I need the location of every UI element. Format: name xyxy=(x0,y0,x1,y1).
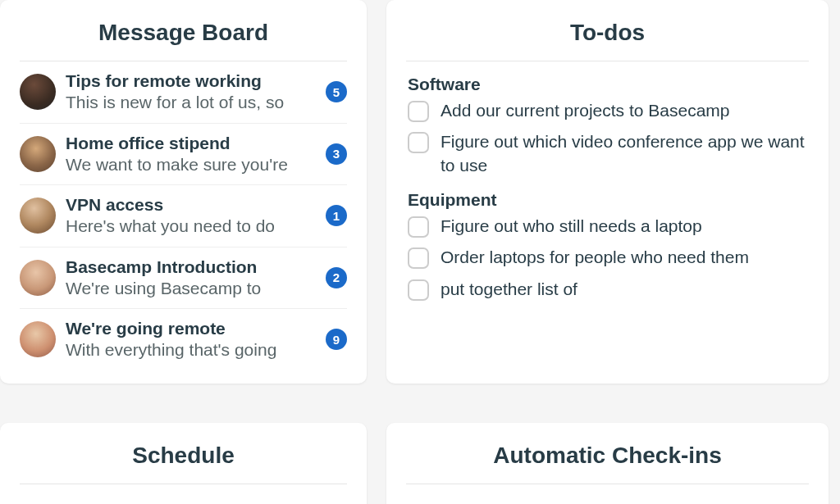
todo-text[interactable]: put together list of xyxy=(441,278,578,301)
todo-item: Figure out which video conference app we… xyxy=(408,130,809,177)
message-title: Tips for remote working xyxy=(66,70,316,92)
avatar-icon xyxy=(20,136,56,172)
todos-list: Software Add our current projects to Bas… xyxy=(406,75,809,301)
schedule-card[interactable]: Schedule xyxy=(0,423,367,504)
message-content: Home office stipend We want to make sure… xyxy=(66,133,316,176)
todo-item: Figure out who still needs a laptop xyxy=(408,215,809,238)
message-content: We're going remote With everything that'… xyxy=(66,318,316,361)
checkbox[interactable] xyxy=(408,132,429,153)
divider xyxy=(406,61,809,61)
todos-card[interactable]: To-dos Software Add our current projects… xyxy=(386,0,829,384)
message-preview: We're using Basecamp to xyxy=(66,278,316,299)
message-preview: This is new for a lot of us, so xyxy=(66,92,316,113)
message-item[interactable]: Tips for remote working This is new for … xyxy=(20,61,347,124)
message-content: Tips for remote working This is new for … xyxy=(66,70,316,114)
message-content: VPN access Here's what you need to do xyxy=(66,194,316,238)
avatar-icon xyxy=(20,260,56,296)
message-preview: We want to make sure you're xyxy=(66,154,316,175)
message-title: Basecamp Introduction xyxy=(66,257,316,278)
todo-item: put together list of xyxy=(408,278,809,301)
todos-title: To-dos xyxy=(406,20,809,46)
divider xyxy=(20,484,347,484)
avatar-icon xyxy=(20,198,56,234)
message-item[interactable]: We're going remote With everything that'… xyxy=(20,309,347,370)
message-title: VPN access xyxy=(66,194,316,216)
todo-group-title[interactable]: Equipment xyxy=(408,190,809,210)
message-preview: With everything that's going xyxy=(66,339,316,361)
message-item[interactable]: Home office stipend We want to make sure… xyxy=(20,124,347,186)
comment-count-badge: 1 xyxy=(326,205,347,226)
schedule-title: Schedule xyxy=(20,443,347,469)
message-board-title: Message Board xyxy=(20,20,347,46)
comment-count-badge: 3 xyxy=(326,143,347,165)
comment-count-badge: 9 xyxy=(326,329,347,350)
message-content: Basecamp Introduction We're using Baseca… xyxy=(66,257,316,300)
message-item[interactable]: Basecamp Introduction We're using Baseca… xyxy=(20,247,347,310)
comment-count-badge: 5 xyxy=(326,81,347,102)
message-list: Tips for remote working This is new for … xyxy=(20,61,347,370)
avatar-icon xyxy=(20,74,56,110)
todo-text[interactable]: Order laptops for people who need them xyxy=(441,246,749,269)
message-item[interactable]: VPN access Here's what you need to do 1 xyxy=(20,185,347,247)
checkbox[interactable] xyxy=(408,101,429,122)
todo-item: Order laptops for people who need them xyxy=(408,246,809,269)
avatar-icon xyxy=(20,321,56,357)
todo-item: Add our current projects to Basecamp xyxy=(408,99,809,122)
message-title: Home office stipend xyxy=(66,133,316,154)
checkbox[interactable] xyxy=(408,279,429,301)
divider xyxy=(406,484,809,484)
checkbox[interactable] xyxy=(408,247,429,269)
checkins-card[interactable]: Automatic Check-ins xyxy=(386,423,829,504)
todo-text[interactable]: Figure out which video conference app we… xyxy=(441,130,809,177)
checkins-title: Automatic Check-ins xyxy=(406,443,809,469)
message-preview: Here's what you need to do xyxy=(66,216,316,237)
checkbox[interactable] xyxy=(408,216,429,238)
message-board-card[interactable]: Message Board Tips for remote working Th… xyxy=(0,0,367,384)
todo-text[interactable]: Figure out who still needs a laptop xyxy=(441,215,702,238)
message-title: We're going remote xyxy=(66,318,316,339)
todo-group-title[interactable]: Software xyxy=(408,75,809,94)
comment-count-badge: 2 xyxy=(326,267,347,288)
todo-text[interactable]: Add our current projects to Basecamp xyxy=(441,99,730,122)
